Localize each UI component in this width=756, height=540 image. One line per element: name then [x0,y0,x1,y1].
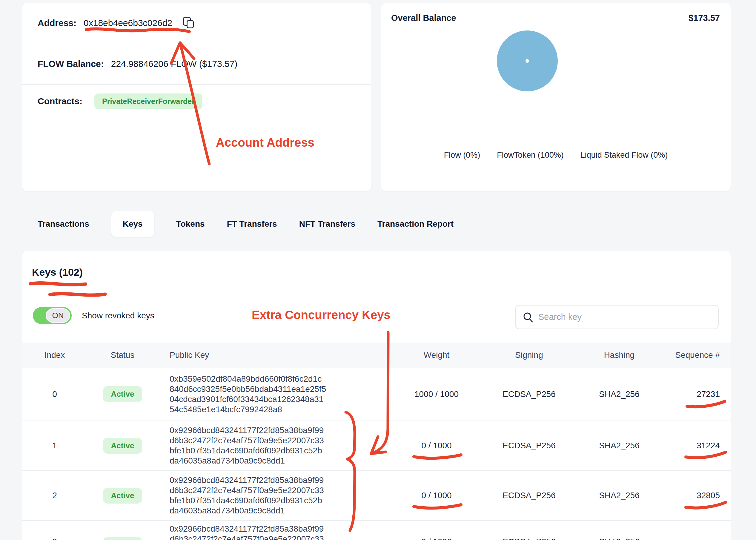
key-index: 0 [22,389,87,399]
key-weight: 0 / 1000 [392,441,481,451]
public-key[interactable]: 0x92966bcd843241177f22fd85a38ba9f99 d6b3… [158,425,392,466]
key-sequence: 27231 [661,389,731,399]
status-badge: Active [103,488,142,503]
tab-keys[interactable]: Keys [111,211,154,237]
key-index: 3 [22,521,87,540]
toggle-label: Show revoked keys [82,311,155,321]
status-badge: Active [103,438,142,454]
tab-transactions[interactable]: Transactions [38,219,89,229]
legend-flow: Flow (0%) [444,151,481,160]
public-key[interactable]: 0x92966bcd843241177f22fd85a38ba9f99 d6b3… [158,475,392,516]
contract-badge[interactable]: PrivateReceiverForwarder [94,93,202,109]
balance-amount: $173.57 [689,13,720,23]
key-signing: ECDSA_P256 [481,389,578,399]
copy-address-button[interactable] [182,16,196,30]
col-signing: Signing [481,350,578,360]
balance-donut-chart [497,31,558,91]
table-row: 3 Active 0x92966bcd843241177f22fd85a38ba… [22,521,731,540]
flow-balance-label: FLOW Balance: [38,59,104,69]
keys-table-header: Index Status Public Key Weight Signing H… [22,342,731,368]
col-weight: Weight [392,350,481,360]
status-badge: Active [103,386,142,402]
address-row: Address: 0x18eb4ee6b3c026d2 [22,3,372,43]
contracts-row: Contracts: PrivateReceiverForwarder [22,85,372,118]
key-hashing: SHA2_256 [578,491,661,500]
contracts-label: Contracts: [38,96,82,106]
table-row: 2 Active 0x92966bcd843241177f22fd85a38ba… [22,471,731,521]
key-sequence: 31224 [661,441,731,451]
key-signing: ECDSA_P256 [481,521,578,540]
account-tabs: Transactions Keys Tokens FT Transfers NF… [38,210,454,238]
col-index: Index [22,350,87,360]
keys-title: Keys (102) [32,266,83,278]
key-weight: 0 / 1000 [392,521,481,540]
address-label: Address: [38,18,76,28]
table-row: 1 Active 0x92966bcd843241177f22fd85a38ba… [22,421,731,471]
show-revoked-keys-toggle[interactable]: ON [33,307,72,324]
col-public-key: Public Key [158,350,392,360]
table-row: 0 Active 0xb359e502df804a89bdd660f0f8f6c… [22,368,731,421]
key-sequence: 32805 [661,491,731,500]
tab-transaction-report[interactable]: Transaction Report [378,219,454,229]
key-sequence [661,521,731,537]
tab-nft-transfers[interactable]: NFT Transfers [299,219,355,229]
toggle-knob: ON [46,308,70,323]
public-key[interactable]: 0xb359e502df804a89bdd660f0f8f6c2d1c 840d… [158,374,392,415]
revoked-keys-toggle-row: ON Show revoked keys [33,307,155,324]
public-key[interactable]: 0x92966bcd843241177f22fd85a38ba9f99 d6b3… [158,521,392,540]
legend-liquid-staked-flow: Liquid Staked Flow (0%) [581,151,668,160]
legend-flowtoken: FlowToken (100%) [497,151,564,160]
account-card: Address: 0x18eb4ee6b3c026d2 FLOW Balance… [22,3,372,191]
key-signing: ECDSA_P256 [481,441,578,451]
key-weight: 0 / 1000 [392,491,481,500]
tab-ft-transfers[interactable]: FT Transfers [227,219,277,229]
account-page: Address: 0x18eb4ee6b3c026d2 FLOW Balance… [0,0,756,540]
key-search [515,305,719,329]
tab-tokens[interactable]: Tokens [176,219,205,229]
address-value: 0x18eb4ee6b3c026d2 [84,18,172,28]
col-sequence: Sequence # [661,350,731,360]
search-icon [523,312,534,323]
key-hashing: SHA2_256 [578,389,661,399]
col-hashing: Hashing [578,350,661,360]
key-hashing: SHA2_256 [578,521,661,540]
key-hashing: SHA2_256 [578,441,661,451]
donut-legend: Flow (0%) FlowToken (100%) Liquid Staked… [381,151,731,160]
flow-balance-value: 224.98846206 FLOW ($173.57) [111,59,238,69]
balance-header: Overall Balance $173.57 [381,3,731,23]
flow-balance-row: FLOW Balance: 224.98846206 FLOW ($173.57… [22,43,372,85]
overall-balance-card: Overall Balance $173.57 Flow (0%) FlowTo… [381,3,731,191]
keys-card: Keys (102) ON Show revoked keys Index St… [22,251,731,540]
col-status: Status [87,350,158,360]
key-signing: ECDSA_P256 [481,491,578,500]
search-key-input[interactable] [515,305,719,329]
key-index: 2 [22,491,87,500]
key-index: 1 [22,441,87,451]
keys-table: Index Status Public Key Weight Signing H… [22,342,731,540]
key-weight: 1000 / 1000 [392,389,481,399]
balance-title: Overall Balance [391,13,456,23]
status-badge: Active [103,537,142,540]
